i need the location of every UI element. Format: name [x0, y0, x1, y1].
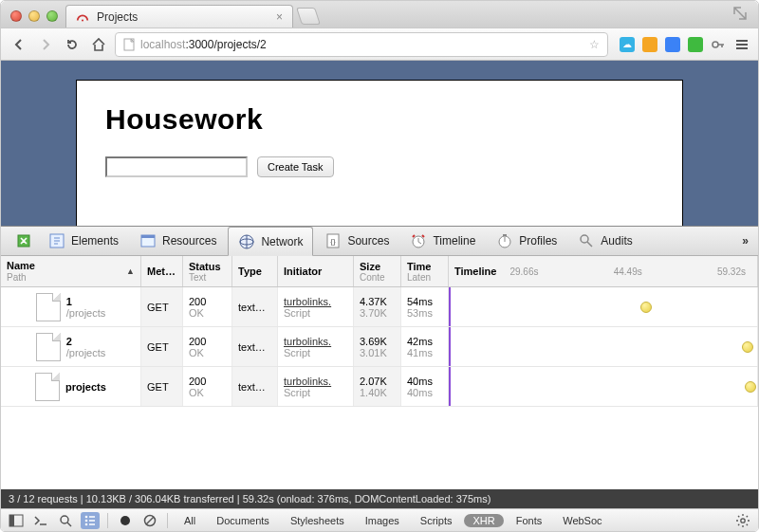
svg-point-20	[85, 523, 88, 525]
task-name-input[interactable]	[105, 156, 248, 177]
svg-rect-6	[141, 235, 155, 238]
settings-gear-icon[interactable]	[733, 512, 752, 529]
cell-type: text…	[232, 367, 278, 406]
col-header-size: SizeConte	[354, 256, 401, 286]
devtools-statusbar: 3 / 12 requests | 10.13KB / 306.04KB tra…	[1, 489, 758, 508]
omnibox[interactable]: localhost:3000/projects/2 ☆	[115, 32, 608, 57]
filter-fonts[interactable]: Fonts	[508, 514, 551, 527]
create-task-button[interactable]: Create Task	[257, 156, 334, 177]
filter-list-icon[interactable]	[81, 512, 100, 529]
audits-icon	[578, 232, 595, 249]
tab-sources[interactable]: {} Sources	[315, 227, 398, 256]
nav-home-button[interactable]	[88, 34, 109, 55]
filter-images[interactable]: Images	[357, 514, 408, 527]
devtools-filterbar: AllDocumentsStylesheetsImagesScriptsXHRF…	[1, 508, 758, 531]
cell-timeline	[449, 367, 758, 406]
filter-all[interactable]: All	[176, 514, 204, 527]
tab-profiles[interactable]: Profiles	[487, 227, 566, 256]
cell-timeline	[449, 327, 758, 366]
nav-forward-button[interactable]	[35, 34, 56, 55]
cell-initiator: turbolinks.Script	[278, 287, 354, 326]
tab-audits[interactable]: Audits	[568, 227, 641, 256]
extension-key-icon[interactable]	[711, 37, 726, 52]
browser-tabstrip: Projects ×	[1, 1, 758, 28]
profiles-icon	[496, 232, 513, 249]
tab-title: Projects	[97, 10, 138, 24]
browser-tab[interactable]: Projects ×	[65, 5, 293, 28]
cell-name: projects	[1, 367, 141, 406]
file-icon	[35, 373, 60, 401]
svg-rect-16	[9, 515, 14, 526]
filter-websoc[interactable]: WebSoc	[554, 514, 610, 527]
svg-text:{}: {}	[331, 237, 337, 246]
tab-network[interactable]: Network	[228, 227, 313, 256]
filter-documents[interactable]: Documents	[208, 514, 278, 527]
page-viewport: Housework Create Task	[1, 61, 758, 226]
cell-initiator: turbolinks.Script	[278, 367, 354, 406]
devtools-close-icon[interactable]	[16, 233, 31, 248]
cell-method: GET	[141, 287, 183, 326]
extension-orange-icon[interactable]	[642, 37, 657, 52]
window-minimize-button[interactable]	[28, 10, 40, 22]
cell-time: 54ms53ms	[401, 287, 449, 326]
col-header-type: Type	[232, 256, 278, 286]
table-row[interactable]: 2/projects GET 200OK text… turbolinks.Sc…	[1, 327, 758, 367]
nav-reload-button[interactable]	[62, 34, 83, 55]
resources-icon	[139, 232, 157, 249]
cell-size: 2.07K1.40K	[354, 367, 401, 406]
extension-green-icon[interactable]	[688, 37, 703, 52]
svg-point-14	[581, 235, 588, 243]
devtools-panel: Elements Resources Network {} Sources Ti…	[1, 226, 758, 531]
filter-stylesheets[interactable]: Stylesheets	[282, 514, 353, 527]
bookmark-star-icon[interactable]: ☆	[589, 38, 600, 51]
window-traffic-lights	[10, 10, 58, 22]
file-icon	[36, 293, 61, 321]
dock-side-icon[interactable]	[7, 512, 26, 529]
cell-time: 42ms41ms	[401, 327, 449, 366]
sort-asc-icon: ▲	[126, 266, 135, 276]
chrome-menu-button[interactable]	[733, 34, 750, 55]
window-maximize-icon[interactable]	[731, 5, 749, 22]
cell-method: GET	[141, 367, 183, 406]
cell-timeline	[449, 287, 758, 326]
extension-cloud-icon[interactable]: ☁	[620, 37, 635, 52]
col-header-time: TimeLaten	[401, 256, 449, 286]
col-header-method: Met…	[141, 256, 183, 286]
devtools-tabbar: Elements Resources Network {} Sources Ti…	[1, 227, 758, 256]
filter-scripts[interactable]: Scripts	[412, 514, 461, 527]
tab-close-icon[interactable]: ×	[276, 10, 283, 24]
tab-timeline[interactable]: Timeline	[400, 227, 485, 256]
cell-initiator: turbolinks.Script	[278, 327, 354, 366]
cell-name: 1/projects	[1, 287, 141, 326]
extension-icons: ☁	[620, 34, 750, 55]
task-form: Create Task	[105, 156, 654, 177]
cell-method: GET	[141, 327, 183, 366]
console-icon[interactable]	[31, 512, 50, 529]
page-card: Housework Create Task	[76, 80, 683, 226]
nav-back-button[interactable]	[9, 34, 29, 55]
filter-xhr[interactable]: XHR	[464, 514, 503, 527]
svg-point-19	[85, 519, 88, 522]
svg-point-0	[82, 19, 83, 21]
clear-icon[interactable]	[140, 512, 159, 529]
search-icon[interactable]	[56, 512, 75, 529]
table-row[interactable]: projects GET 200OK text… turbolinks.Scri…	[1, 367, 758, 407]
tab-resources[interactable]: Resources	[130, 227, 226, 256]
cell-type: text…	[232, 327, 278, 366]
browser-toolbar: localhost:3000/projects/2 ☆ ☁	[1, 28, 758, 61]
cell-size: 3.69K3.01K	[354, 327, 401, 366]
cell-name: 2/projects	[1, 327, 141, 366]
tab-elements[interactable]: Elements	[39, 227, 128, 256]
window-close-button[interactable]	[10, 10, 22, 22]
svg-point-23	[741, 518, 745, 522]
svg-point-18	[85, 515, 88, 518]
new-tab-button[interactable]	[296, 8, 321, 25]
window-zoom-button[interactable]	[46, 10, 58, 22]
table-row[interactable]: 1/projects GET 200OK text… turbolinks.Sc…	[1, 287, 758, 327]
extension-blue-icon[interactable]	[665, 37, 680, 52]
devtools-overflow-icon[interactable]: »	[742, 234, 749, 248]
network-table-body[interactable]: 1/projects GET 200OK text… turbolinks.Sc…	[1, 287, 758, 489]
file-icon	[36, 333, 61, 361]
record-icon[interactable]	[116, 512, 135, 529]
network-table-header[interactable]: NamePath ▲ Met… StatusText Type Initiato…	[1, 256, 758, 287]
